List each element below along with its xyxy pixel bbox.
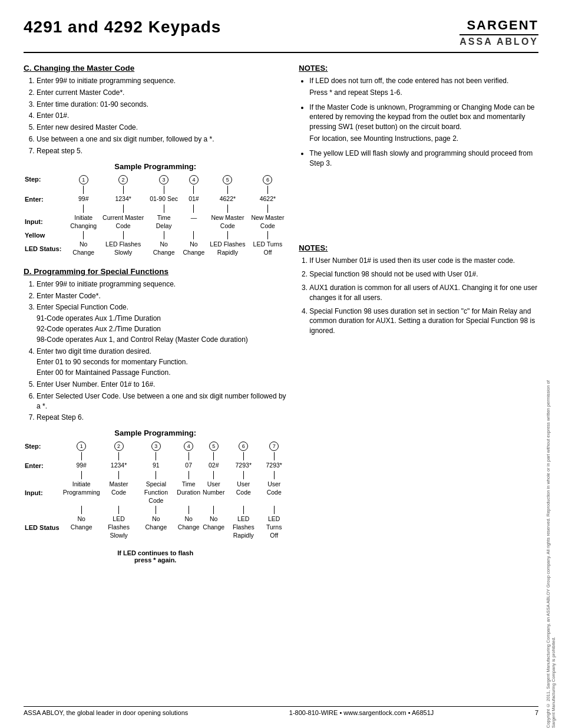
section-c-steps: Enter 99# to initiate programming sequen… <box>24 76 287 156</box>
input-val: InitiateChanging <box>68 213 100 230</box>
list-item: Enter 01 to 90 seconds for momentary Fun… <box>37 357 287 367</box>
list-item: The yellow LED will flash slowly and pro… <box>309 149 538 169</box>
section-d: D. Programming for Special Functions Ent… <box>24 267 287 564</box>
list-item: Enter 01#. <box>37 111 287 121</box>
list-item: Enter time duration: 01-90 seconds. <box>37 100 287 110</box>
list-item: Enter Selected User Code. Use between a … <box>37 391 287 411</box>
enter-val: 01# <box>181 195 207 204</box>
step4-subs: Enter 01 to 90 seconds for momentary Fun… <box>37 357 287 378</box>
footer-left: ASSA ABLOY, the global leader in door op… <box>24 709 188 716</box>
led-val: NoChange <box>181 240 207 257</box>
list-item: If LED does not turn off, the code enter… <box>309 76 538 98</box>
enter-val: 01-90 Sec <box>147 195 181 204</box>
section-d-steps: Enter 99# to initiate programming sequen… <box>24 279 287 423</box>
diagram-d: Step: 1 2 3 4 5 6 7 <box>24 441 287 540</box>
right-column: NOTES: If LED does not turn off, the cod… <box>299 64 538 564</box>
footer-center: 1-800-810-WIRE • www.sargentlock.com • A… <box>289 709 434 716</box>
logo-sargent: SARGENT <box>459 18 538 35</box>
enter-val: 4622* <box>249 195 287 204</box>
step-num: 7 <box>261 441 287 452</box>
step-num: 1 <box>62 441 101 452</box>
list-item: Enter 99# to initiate programming sequen… <box>37 279 287 289</box>
list-item: 91-Code operates Aux 1./Time Duration <box>37 314 287 324</box>
led-val: NoChange <box>201 515 226 540</box>
enter-val: 99# <box>62 461 101 470</box>
notes-c-heading: NOTES: <box>299 64 538 73</box>
input-label: Input: <box>24 480 62 505</box>
led-label: LED Status <box>24 515 62 540</box>
input-val: SpecialFunction Code <box>136 480 176 505</box>
sample-heading-c: Sample Programming: <box>24 162 287 171</box>
step-num: 6 <box>249 174 287 185</box>
header: 4291 and 4292 Keypads SARGENT ASSA ABLOY <box>24 18 538 53</box>
input-val: — <box>181 213 207 230</box>
step-num: 2 <box>100 174 147 185</box>
list-item: Enter Master Code*. <box>37 291 287 301</box>
enter-label: Enter: <box>24 461 62 470</box>
led-val: LED TurnsOff <box>249 240 287 257</box>
list-item: If User Number 01# is used then its user… <box>309 256 538 266</box>
main-content: C. Changing the Master Code Enter 99# to… <box>24 64 538 564</box>
input-val: UserCode <box>226 480 261 505</box>
section-d-heading: D. Programming for Special Functions <box>24 267 287 276</box>
flash-note: If LED continues to flashpress * again. <box>24 549 287 564</box>
list-item: Enter User Number. Enter 01# to 16#. <box>37 380 287 390</box>
list-item: Enter 00 for Maintained Passage Function… <box>37 368 287 378</box>
led-val: NoChange <box>136 515 176 540</box>
step-num: 1 <box>68 174 100 185</box>
enter-val: 99# <box>68 195 100 204</box>
logo-block: SARGENT ASSA ABLOY <box>459 18 538 47</box>
enter-val: 1234* <box>100 195 147 204</box>
logo-assa: ASSA ABLOY <box>459 37 538 47</box>
footer-right: 7 <box>535 709 538 716</box>
enter-val: 07 <box>176 461 201 470</box>
list-item: 98-Code operates Aux 1, and Control Rela… <box>37 335 287 345</box>
section-c-heading: C. Changing the Master Code <box>24 64 287 73</box>
list-item: Use between a one and six digit number, … <box>37 134 287 144</box>
led-val: LED FlashesSlowly <box>101 515 137 540</box>
list-item: AUX1 duration is common for all users of… <box>309 283 538 303</box>
page-title: 4291 and 4292 Keypads <box>24 18 221 37</box>
page: 4291 and 4292 Keypads SARGENT ASSA ABLOY… <box>0 0 562 728</box>
step-num: 2 <box>101 441 137 452</box>
step-num: 6 <box>226 441 261 452</box>
led-val: LED FlashesRapidly <box>226 515 261 540</box>
enter-label <box>24 185 68 195</box>
input-val: TimeDuration <box>176 480 201 505</box>
enter-val: 1234* <box>101 461 137 470</box>
enter-val: 7293* <box>261 461 287 470</box>
notes-c-list: If LED does not turn off, the code enter… <box>299 76 538 168</box>
led-val: NoChange <box>176 515 201 540</box>
list-item: Enter Special Function Code. 91-Code ope… <box>37 302 287 344</box>
enter-val: 02# <box>201 461 226 470</box>
led-val: LED FlashesRapidly <box>207 240 248 257</box>
input-val: TimeDelay <box>147 213 181 230</box>
notes-c: NOTES: If LED does not turn off, the cod… <box>299 64 538 168</box>
step-num: 4 <box>176 441 201 452</box>
step-label: Step: <box>24 441 62 452</box>
led-val: LEDTurns Off <box>261 515 287 540</box>
step-num: 5 <box>207 174 248 185</box>
sidebar-copyright: Copyright © 2011, Sargent Manufacturing … <box>546 365 556 728</box>
step-label: Step: <box>24 174 68 185</box>
enter-val: 7293* <box>226 461 261 470</box>
led-val: NoChange <box>62 515 101 540</box>
led-label: LED Status: <box>24 240 68 257</box>
step-num: 3 <box>147 174 181 185</box>
sample-heading-d: Sample Programming: <box>24 429 287 437</box>
input-label: Input: <box>24 213 68 230</box>
footer: ASSA ABLOY, the global leader in door op… <box>24 706 538 716</box>
step-num: 4 <box>181 174 207 185</box>
left-column: C. Changing the Master Code Enter 99# to… <box>24 64 287 564</box>
list-item: Enter new desired Master Code. <box>37 123 287 133</box>
input-val: UserNumber <box>201 480 226 505</box>
step3-subs: 91-Code operates Aux 1./Time Duration 92… <box>37 314 287 344</box>
list-item: Enter two digit time duration desired. E… <box>37 347 287 378</box>
list-item: 92-Code operates Aux 2./Time Duration <box>37 324 287 334</box>
section-c: C. Changing the Master Code Enter 99# to… <box>24 64 287 258</box>
input-val: InitiateProgramming <box>62 480 101 505</box>
enter-val: 91 <box>136 461 176 470</box>
input-val: MasterCode <box>101 480 137 505</box>
notes-d: NOTES: If User Number 01# is used then i… <box>299 243 538 336</box>
enter-label: Enter: <box>24 195 68 204</box>
